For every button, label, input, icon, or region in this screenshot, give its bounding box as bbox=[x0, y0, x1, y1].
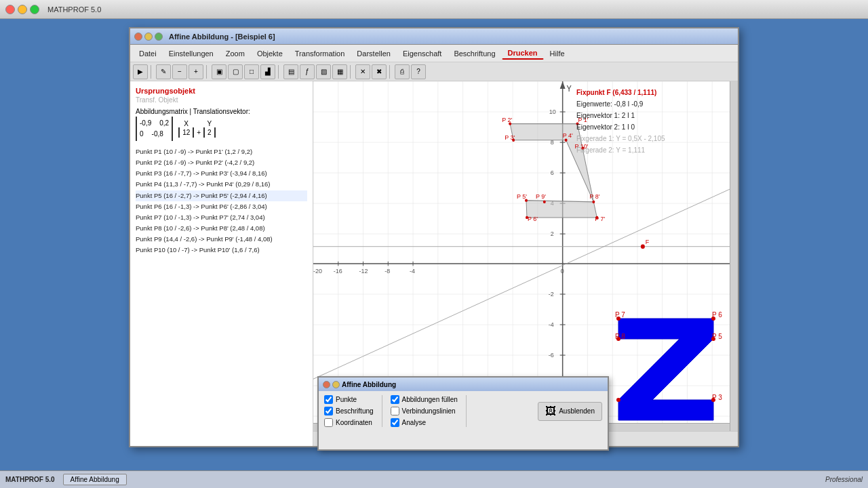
m-c: 0 bbox=[140, 129, 144, 140]
menu-hilfe[interactable]: Hilfe bbox=[544, 47, 571, 60]
menu-datei[interactable]: Datei bbox=[133, 47, 163, 60]
list-item: Punkt P9 (14,4 / -2,6) -> Punkt P9' (-1,… bbox=[136, 234, 307, 245]
tb-zoom-in[interactable]: + bbox=[189, 64, 203, 79]
svg-point-91 bbox=[595, 216, 598, 219]
checkbox-koordinaten[interactable] bbox=[324, 418, 333, 427]
list-item: Punkt P3 (16 / -7,7) -> Punkt P3' (-3,94… bbox=[136, 168, 307, 179]
svg-text:-2: -2 bbox=[549, 290, 554, 298]
svg-text:-4: -4 bbox=[410, 267, 415, 275]
list-item: Punkt P5 (16 / -2,7) -> Punkt P5' (-2,94… bbox=[136, 190, 307, 201]
tb-chart[interactable]: ▦ bbox=[332, 64, 347, 79]
tb-help[interactable]: ? bbox=[411, 64, 426, 79]
svg-text:Y: Y bbox=[567, 85, 572, 94]
menu-beschriftung[interactable]: Beschriftung bbox=[448, 47, 501, 60]
svg-point-72 bbox=[641, 244, 645, 249]
checkbox-analyse[interactable] bbox=[391, 418, 399, 427]
check-abbildungen-label: Abbildungen füllen bbox=[402, 396, 458, 403]
svg-point-86 bbox=[509, 122, 511, 125]
check-beschriftung[interactable]: Beschriftung bbox=[324, 407, 374, 415]
fd-close[interactable] bbox=[323, 381, 330, 388]
svg-text:6: 6 bbox=[551, 169, 554, 177]
checkbox-punkte[interactable] bbox=[324, 395, 333, 404]
plus-sign: + bbox=[197, 121, 201, 136]
fd-min[interactable] bbox=[332, 381, 340, 388]
tb-printer[interactable]: ⎙ bbox=[395, 64, 410, 79]
list-item: Punkt P1 (10 / -9) -> Punkt P1' (1,2 / 9… bbox=[136, 146, 307, 157]
svg-point-101 bbox=[616, 317, 620, 321]
matrix-row2: 0 -0,8 bbox=[140, 129, 169, 140]
menu-eigenschaft[interactable]: Eigenschaft bbox=[397, 47, 448, 60]
menu-objekte[interactable]: Objekte bbox=[251, 47, 289, 60]
svg-point-102 bbox=[711, 317, 715, 321]
svg-text:P 8': P 8' bbox=[589, 192, 599, 201]
tb-copy[interactable]: □ bbox=[244, 64, 259, 79]
info-panel: Fixpunkt F (6,433 / 1,111) Eigenwerte: -… bbox=[576, 87, 732, 156]
check-abbildungen[interactable]: Abbildungen füllen bbox=[391, 395, 458, 404]
svg-text:10: 10 bbox=[549, 108, 556, 116]
svg-point-87 bbox=[512, 139, 515, 142]
check-analyse-label: Analyse bbox=[402, 419, 427, 426]
svg-point-105 bbox=[711, 398, 715, 402]
matrix-vec-y: Y 2 bbox=[203, 120, 216, 138]
tb-x[interactable]: ✖ bbox=[372, 64, 387, 79]
menu-transformation[interactable]: Transformation bbox=[289, 47, 351, 60]
vec-y-label: Y bbox=[208, 120, 212, 127]
m-d: -0,8 bbox=[152, 129, 163, 140]
vec-y-val: 2 bbox=[203, 127, 216, 138]
checkbox-beschriftung[interactable] bbox=[324, 407, 333, 415]
list-item: Punkt P10 (10 / -7) -> Punkt P10' (1,6 /… bbox=[136, 245, 307, 256]
win-close[interactable] bbox=[134, 33, 142, 41]
minimize-btn[interactable] bbox=[18, 5, 27, 14]
win-max[interactable] bbox=[155, 33, 163, 41]
svg-text:-4: -4 bbox=[549, 321, 554, 329]
tb-paste[interactable]: ▟ bbox=[260, 64, 275, 79]
tb-hand[interactable]: ✎ bbox=[156, 64, 171, 79]
m-b: 0,2 bbox=[159, 118, 169, 129]
matrix-vec-x: X 12 bbox=[178, 120, 194, 138]
menu-einstellungen[interactable]: Einstellungen bbox=[163, 47, 220, 60]
tb-print[interactable]: ▢ bbox=[228, 64, 243, 79]
fd-separator2 bbox=[466, 395, 467, 427]
maximize-btn[interactable] bbox=[30, 5, 39, 14]
check-analyse[interactable]: Analyse bbox=[391, 418, 458, 427]
checkbox-verbindung[interactable] bbox=[391, 407, 399, 415]
toolbar: ▶ ✎ − + ▣ ▢ □ ▟ ▤ ƒ ▨ ▦ ✕ ✖ ⎙ ? bbox=[130, 62, 738, 81]
tb-frame[interactable]: ▨ bbox=[316, 64, 331, 79]
tb-zoom-out[interactable]: − bbox=[172, 64, 187, 79]
m-a: -0,9 bbox=[140, 118, 151, 129]
fixgerade1-label: Fixgerade 1: Y = 0,5X - 2,105 bbox=[576, 133, 732, 144]
close-btn[interactable] bbox=[5, 5, 15, 14]
section-transf: Transf. Objekt bbox=[136, 96, 307, 104]
menu-drucken[interactable]: Drucken bbox=[502, 47, 544, 60]
svg-text:0: 0 bbox=[561, 267, 564, 275]
taskbar-app: MATHPROF 5.0 bbox=[5, 476, 55, 483]
check-beschriftung-label: Beschriftung bbox=[336, 407, 374, 415]
check-verbindung[interactable]: Verbindungslinien bbox=[391, 407, 458, 415]
eigenvektor1-label: Eigenvektor 1: 2 I 1 bbox=[576, 110, 732, 121]
svg-text:-20: -20 bbox=[313, 267, 322, 275]
menu-darstellen[interactable]: Darstellen bbox=[351, 47, 397, 60]
tb-cursor[interactable]: ▶ bbox=[133, 64, 148, 79]
scrollbar-vertical[interactable] bbox=[730, 81, 738, 431]
left-panel: Ursprungsobjekt Transf. Objekt Abbildung… bbox=[130, 81, 313, 446]
tb-close[interactable]: ✕ bbox=[355, 64, 370, 79]
fd-col-right: Abbildungen füllen Verbindungslinien Ana… bbox=[391, 395, 458, 427]
check-koordinaten[interactable]: Koordinaten bbox=[324, 418, 374, 427]
matrix-label: Abbildungsmatrix | Translationsvektor: bbox=[136, 108, 307, 115]
taskbar-edition: Professional bbox=[825, 476, 863, 483]
tb-formula[interactable]: ƒ bbox=[300, 64, 315, 79]
matrix-values: -0,9 0,2 0 -0,8 bbox=[136, 117, 173, 141]
check-punkte[interactable]: Punkte bbox=[324, 395, 374, 404]
float-content: Punkte Beschriftung Koordinaten Abbildun… bbox=[319, 391, 608, 431]
taskbar-window[interactable]: Affine Abbildung bbox=[63, 474, 127, 485]
window-title: Affine Abbildung - [Beispiel 6] bbox=[169, 33, 275, 41]
matrix-container: -0,9 0,2 0 -0,8 X 12 + bbox=[136, 117, 307, 141]
win-min[interactable] bbox=[144, 33, 153, 41]
tb-grid[interactable]: ▣ bbox=[212, 64, 226, 79]
eigenwerte-label: Eigenwerte: -0,8 I -0,9 bbox=[576, 98, 732, 110]
section-ursprung: Ursprungsobjekt bbox=[136, 87, 307, 95]
checkbox-abbildungen[interactable] bbox=[391, 395, 399, 404]
menu-zoom[interactable]: Zoom bbox=[220, 47, 251, 60]
tb-table[interactable]: ▤ bbox=[283, 64, 298, 79]
btn-ausblenden[interactable]: 🖼 Ausblenden bbox=[538, 402, 602, 421]
